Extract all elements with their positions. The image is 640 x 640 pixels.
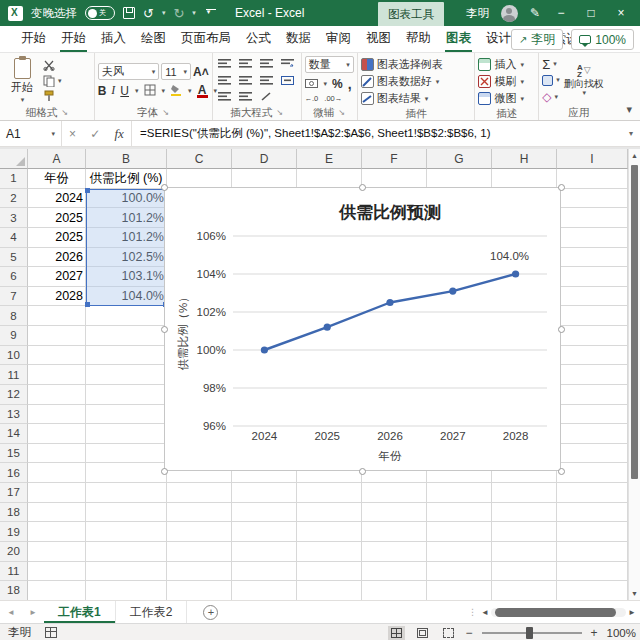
column-header-B[interactable]: B bbox=[86, 149, 167, 169]
row-header-1[interactable]: 1 bbox=[0, 169, 28, 189]
cell-F17[interactable] bbox=[362, 483, 427, 503]
cell-A16[interactable] bbox=[28, 463, 86, 483]
column-header-F[interactable]: F bbox=[362, 149, 427, 169]
cell-E18[interactable] bbox=[297, 503, 362, 523]
cell-B13[interactable] bbox=[86, 405, 167, 425]
cell-D21[interactable] bbox=[232, 562, 297, 582]
name-box[interactable]: A1▾ bbox=[0, 121, 62, 146]
ribbon-tab-8[interactable]: 视图 bbox=[363, 26, 394, 52]
cell-A4[interactable]: 2025 bbox=[28, 228, 86, 248]
cell-E22[interactable] bbox=[297, 581, 362, 600]
cell-A8[interactable] bbox=[28, 306, 86, 326]
horizontal-scroll-thumb[interactable] bbox=[495, 608, 616, 617]
ribbon-tab-5[interactable]: 公式 bbox=[243, 26, 274, 52]
sheet-nav-right-icon[interactable]: ► bbox=[22, 601, 44, 623]
cell-G1[interactable] bbox=[427, 169, 492, 189]
horizontal-scrollbar[interactable]: ⋮ ◄ ► bbox=[468, 604, 636, 620]
cell-G21[interactable] bbox=[427, 562, 492, 582]
share-pen-icon[interactable]: ✎ bbox=[530, 6, 540, 20]
row-header-4[interactable]: 4 bbox=[0, 228, 28, 248]
cell-A10[interactable] bbox=[28, 346, 86, 366]
chart-resize-handle[interactable] bbox=[558, 184, 565, 191]
cell-C21[interactable] bbox=[167, 562, 232, 582]
insert-function-icon[interactable]: fx bbox=[115, 126, 124, 142]
cell-B20[interactable] bbox=[86, 542, 167, 562]
cell-A11[interactable] bbox=[28, 365, 86, 385]
cell-E21[interactable] bbox=[297, 562, 362, 582]
cell-I19[interactable] bbox=[557, 522, 628, 542]
normal-view-button[interactable] bbox=[388, 626, 405, 640]
minimize-button[interactable]: − bbox=[552, 6, 570, 20]
bold-button[interactable]: B bbox=[98, 84, 107, 98]
align-center-icon[interactable] bbox=[239, 75, 254, 87]
row-header-13[interactable]: 13 bbox=[0, 405, 28, 425]
cell-G22[interactable] bbox=[427, 581, 492, 600]
row-header-11[interactable]: 11 bbox=[0, 365, 28, 385]
maximize-button[interactable]: □ bbox=[582, 6, 600, 20]
fill-button[interactable]: ▾ bbox=[542, 73, 560, 88]
chart-style-select-button[interactable]: 图表选择例表 bbox=[361, 56, 472, 73]
cell-D1[interactable] bbox=[232, 169, 297, 189]
cell-A6[interactable]: 2027 bbox=[28, 267, 86, 287]
row-header-5[interactable]: 5 bbox=[0, 248, 28, 268]
ribbon-tab-4[interactable]: 页面布局 bbox=[178, 26, 234, 52]
clear-button[interactable]: ◇▾ bbox=[542, 89, 560, 104]
cell-G18[interactable] bbox=[427, 503, 492, 523]
add-sheet-button[interactable]: + bbox=[203, 605, 218, 620]
column-header-H[interactable]: H bbox=[492, 149, 557, 169]
cell-I4[interactable] bbox=[557, 228, 628, 248]
cell-C18[interactable] bbox=[167, 503, 232, 523]
cell-A19[interactable] bbox=[28, 522, 86, 542]
cell-I16[interactable] bbox=[557, 463, 628, 483]
cell-F19[interactable] bbox=[362, 522, 427, 542]
cell-H22[interactable] bbox=[492, 581, 557, 600]
cell-I8[interactable] bbox=[557, 306, 628, 326]
column-header-I[interactable]: I bbox=[557, 149, 628, 169]
cell-D18[interactable] bbox=[232, 503, 297, 523]
borders-button[interactable] bbox=[144, 84, 156, 98]
column-header-A[interactable]: A bbox=[28, 149, 86, 169]
splitter-dots-icon[interactable]: ⋮ bbox=[468, 607, 477, 617]
italic-button[interactable]: I bbox=[111, 83, 115, 98]
chart-resize-handle[interactable] bbox=[359, 468, 366, 475]
share-button[interactable]: ↗ 李明 bbox=[511, 29, 563, 50]
cell-G20[interactable] bbox=[427, 542, 492, 562]
undo-icon[interactable]: ↺ bbox=[143, 7, 154, 20]
cell-G19[interactable] bbox=[427, 522, 492, 542]
close-button[interactable]: × bbox=[612, 6, 630, 20]
cell-A20[interactable] bbox=[28, 542, 86, 562]
cell-A15[interactable] bbox=[28, 444, 86, 464]
select-all-corner[interactable] bbox=[0, 149, 28, 169]
row-header-6[interactable]: 6 bbox=[0, 267, 28, 287]
cell-E20[interactable] bbox=[297, 542, 362, 562]
fill-color-button[interactable] bbox=[170, 84, 182, 98]
formula-input[interactable]: =SERIES("供需比例 (%)", Sheet1!$A$2:$A$6, Sh… bbox=[132, 121, 622, 146]
cell-H19[interactable] bbox=[492, 522, 557, 542]
font-name-combo[interactable]: 夫风▾ bbox=[98, 63, 160, 80]
save-icon[interactable] bbox=[123, 7, 135, 19]
sheet-tab-1[interactable]: 工作表1 bbox=[44, 601, 116, 623]
cell-I11[interactable] bbox=[557, 365, 628, 385]
delete-cells-button[interactable]: 模刷▾ bbox=[478, 73, 535, 90]
cell-B9[interactable] bbox=[86, 326, 167, 346]
chart-resize-handle[interactable] bbox=[359, 184, 366, 191]
number-format-combo[interactable]: 数量▾ bbox=[305, 56, 354, 73]
cell-E17[interactable] bbox=[297, 483, 362, 503]
zoom-out-button[interactable]: − bbox=[466, 626, 473, 640]
row-header-8[interactable]: 8 bbox=[0, 306, 28, 326]
sheet-tab-2[interactable]: 工作表2 bbox=[116, 601, 188, 623]
scroll-down-icon[interactable]: ▼ bbox=[629, 587, 640, 600]
cell-B22[interactable] bbox=[86, 581, 167, 600]
row-header-17[interactable]: 17 bbox=[0, 483, 28, 503]
page-break-view-button[interactable] bbox=[440, 626, 457, 640]
cell-B16[interactable] bbox=[86, 463, 167, 483]
cell-A2[interactable]: 2024 bbox=[28, 189, 86, 209]
column-header-E[interactable]: E bbox=[297, 149, 362, 169]
ribbon-tab-2[interactable]: 插入 bbox=[98, 26, 129, 52]
cell-H1[interactable] bbox=[492, 169, 557, 189]
cell-C20[interactable] bbox=[167, 542, 232, 562]
chart-resize-handle[interactable] bbox=[161, 184, 168, 191]
ribbon-tab-6[interactable]: 数据 bbox=[283, 26, 314, 52]
cell-A3[interactable]: 2025 bbox=[28, 208, 86, 228]
percent-button[interactable]: % bbox=[332, 77, 343, 91]
